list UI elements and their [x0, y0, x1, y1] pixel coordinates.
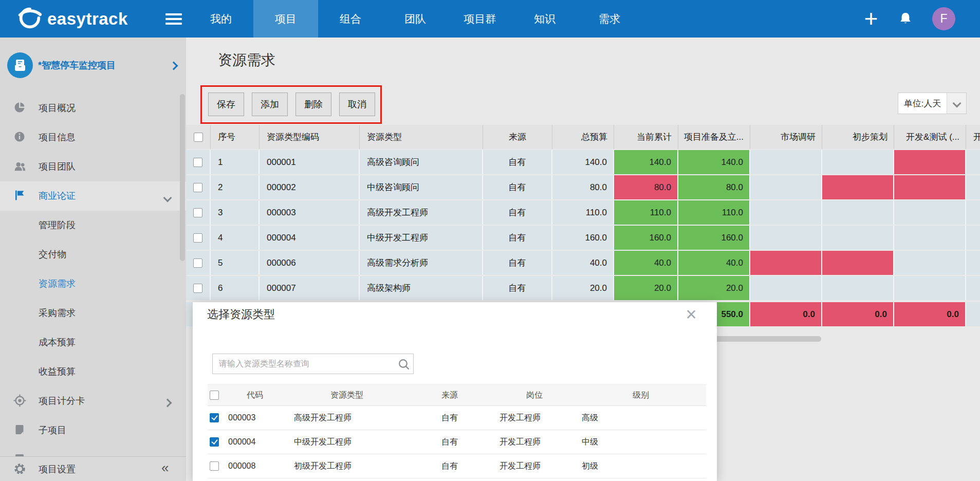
- sidebar-item-label: 项目概况: [39, 102, 76, 114]
- table-row[interactable]: 5000006高级需求分析师自有40.040.040.0: [186, 251, 980, 275]
- nav-item-6[interactable]: 知识: [512, 0, 577, 38]
- modal-row-checkbox[interactable]: [210, 461, 219, 471]
- header-cell-6: 当前累计: [614, 125, 678, 149]
- page-title: 资源需求: [218, 50, 275, 70]
- brand-name: easytrack: [47, 9, 128, 29]
- table-row[interactable]: 3000003高级开发工程师自有110.0110.0110.0: [186, 200, 980, 225]
- notifications-bell-icon[interactable]: [898, 11, 913, 28]
- modal-header-cell-1: 代码: [222, 385, 288, 405]
- table-row[interactable]: 4000004中级开发工程师自有160.0160.0160.0: [186, 226, 980, 250]
- phase-cell: [894, 175, 966, 199]
- source-cell: 自有: [483, 276, 552, 300]
- cancel-button[interactable]: 取消: [339, 92, 375, 116]
- user-avatar[interactable]: F: [932, 7, 955, 30]
- row-checkbox[interactable]: [193, 208, 202, 217]
- sidebar-project-header[interactable]: *智慧停车监控项目: [0, 51, 186, 80]
- chevron-down-icon: [164, 193, 171, 203]
- create-plus-icon[interactable]: +: [859, 4, 883, 33]
- current-cell: 40.0: [614, 251, 678, 275]
- chevron-right-icon: [164, 398, 171, 409]
- code-cell: 000003: [260, 200, 360, 225]
- current-cell: 20.0: [614, 276, 678, 300]
- resource-search-input[interactable]: [213, 359, 394, 369]
- sidebar-item-6[interactable]: 交付物: [0, 240, 186, 269]
- nav-item-5[interactable]: 项目群: [448, 0, 512, 38]
- budget-cell: 20.0: [552, 276, 614, 300]
- sidebar-item-12[interactable]: 子项目: [0, 416, 186, 445]
- modal-code-cell: 000004: [222, 430, 288, 454]
- subproject-icon: [13, 423, 27, 437]
- sidebar-item-5[interactable]: 管理阶段: [0, 211, 186, 240]
- modal-table-row[interactable]: 000004中级开发工程师自有开发工程师中级: [208, 430, 706, 454]
- sidebar-item-label: 子项目: [39, 424, 66, 436]
- sidebar-item-8[interactable]: 采购需求: [0, 299, 186, 328]
- add-button[interactable]: 添加: [252, 92, 288, 116]
- phase-cell: [822, 150, 894, 174]
- delete-button[interactable]: 删除: [295, 92, 331, 116]
- close-icon[interactable]: ×: [680, 303, 702, 326]
- modal-checkbox-cell: [208, 430, 222, 454]
- nav-item-1[interactable]: 我的: [189, 0, 253, 38]
- sidebar-item-project-settings[interactable]: 项目设置 «: [0, 456, 186, 481]
- sidebar-item-7[interactable]: 资源需求: [0, 269, 186, 299]
- row-checkbox[interactable]: [193, 258, 202, 268]
- nav-item-3[interactable]: 组合: [318, 0, 383, 38]
- modal-post-cell: 开发工程师: [493, 454, 576, 478]
- search-icon[interactable]: [394, 358, 413, 371]
- table-row[interactable]: 6000007高级架构师自有20.020.020.0: [186, 276, 980, 300]
- modal-header-checkbox[interactable]: [210, 391, 219, 400]
- scorecard-icon: [13, 394, 27, 408]
- modal-table-row[interactable]: 000003高级开发工程师自有开发工程师高级: [208, 406, 706, 430]
- resource-table: 序号资源类型编码资源类型来源总预算当前累计项目准备及立...市场调研初步策划开发…: [186, 125, 980, 327]
- checkbox-cell: [186, 251, 211, 275]
- phase-cell: [750, 251, 822, 275]
- resource-search-box: [212, 354, 414, 374]
- budget-cell: 80.0: [552, 175, 614, 199]
- row-checkbox[interactable]: [193, 183, 202, 192]
- modal-header-cell-2: 资源类型: [288, 385, 406, 405]
- current-cell: 140.0: [614, 150, 678, 174]
- table-row[interactable]: 1000001高级咨询顾问自有140.0140.0140.0: [186, 150, 980, 174]
- sidebar-item-4[interactable]: 商业论证: [0, 181, 186, 211]
- type-cell: 高级开发工程师: [360, 200, 483, 225]
- phase-cell: 140.0: [678, 150, 750, 174]
- nav-item-4[interactable]: 团队: [383, 0, 448, 38]
- modal-table-row[interactable]: 000008初级开发工程师自有开发工程师初级: [208, 454, 706, 478]
- sidebar-item-2[interactable]: 项目信息: [0, 123, 186, 152]
- sidebar-item-10[interactable]: 收益预算: [0, 357, 186, 386]
- sidebar-item-11[interactable]: 项目计分卡: [0, 386, 186, 416]
- nav-item-2[interactable]: 项目: [253, 0, 318, 38]
- row-checkbox[interactable]: [193, 233, 202, 243]
- modal-row-checkbox[interactable]: [210, 437, 219, 447]
- phase-cell: [822, 251, 894, 275]
- row-checkbox[interactable]: [193, 284, 202, 293]
- chevron-right-icon[interactable]: [171, 62, 177, 71]
- sidebar-item-label: 项目团队: [39, 160, 76, 173]
- sidebar-item-label: 收益预算: [39, 365, 76, 378]
- table-row[interactable]: 2000002中级咨询顾问自有80.080.080.0: [186, 175, 980, 199]
- collapse-sidebar-icon[interactable]: «: [161, 460, 169, 476]
- code-cell: 000006: [260, 251, 360, 275]
- save-button[interactable]: 保存: [208, 92, 244, 116]
- brand-logo[interactable]: easytrack: [16, 5, 128, 33]
- header-cell-2: 资源类型编码: [260, 125, 360, 149]
- source-cell: 自有: [483, 175, 552, 199]
- current-cell: 110.0: [614, 200, 678, 225]
- sidebar-scrollbar[interactable]: [180, 94, 185, 261]
- menu-hamburger-icon[interactable]: [165, 13, 182, 27]
- unit-selector[interactable]: 单位:人天: [898, 92, 967, 114]
- project-avatar-icon: [7, 52, 33, 78]
- source-cell: 自有: [483, 226, 552, 250]
- chevron-down-icon[interactable]: [947, 93, 966, 114]
- sidebar-item-3[interactable]: 项目团队: [0, 152, 186, 181]
- sidebar-item-1[interactable]: 项目概况: [0, 94, 186, 123]
- modal-row-checkbox[interactable]: [210, 413, 219, 422]
- seq-cell: 1: [211, 150, 260, 174]
- type-cell: 高级需求分析师: [360, 251, 483, 275]
- budget-cell: 110.0: [552, 200, 614, 225]
- row-checkbox[interactable]: [193, 158, 202, 167]
- header-checkbox[interactable]: [194, 133, 203, 142]
- sidebar-item-9[interactable]: 成本预算: [0, 328, 186, 357]
- nav-item-7[interactable]: 需求: [577, 0, 642, 38]
- phase-cell: [750, 150, 822, 174]
